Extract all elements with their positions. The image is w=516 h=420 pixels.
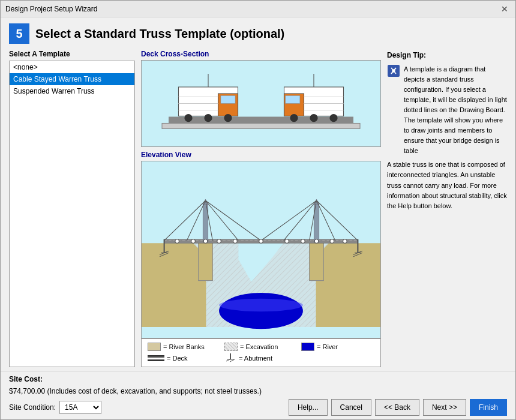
svg-rect-0	[142, 61, 380, 146]
legend-box: = River Banks = Excavation = River	[141, 338, 381, 367]
excavation-swatch	[224, 343, 238, 351]
page-title: Select a Standard Truss Template (option…	[35, 27, 284, 41]
legend-abutment-label: = Abutment	[239, 355, 272, 362]
site-condition-label: Site Condition:	[9, 403, 56, 412]
next-button[interactable]: Next >>	[423, 399, 466, 416]
design-tip-icon	[387, 64, 400, 77]
right-panel: Design Tip: A template is a diagram that…	[387, 50, 507, 367]
page-header: 5 Select a Standard Truss Template (opti…	[9, 23, 507, 44]
svg-point-16	[310, 114, 317, 122]
svg-rect-14	[286, 95, 300, 103]
site-cost-value: $74,700.00 (Includes cost of deck, excav…	[9, 387, 507, 395]
left-panel: Select A Template <none> Cable Stayed Wa…	[9, 50, 135, 367]
svg-rect-1	[169, 117, 353, 124]
legend-abutment: = Abutment	[224, 353, 298, 363]
elevation-box	[141, 161, 381, 338]
close-button[interactable]: ✕	[499, 4, 511, 14]
deck-swatch	[148, 355, 164, 361]
footer: Site Cost: $74,700.00 (Includes cost of …	[1, 371, 515, 419]
legend-river-banks-label: = River Banks	[163, 343, 205, 350]
cross-section-svg	[142, 61, 380, 146]
elevation-area: Elevation View	[141, 151, 381, 367]
cross-section-area: Deck Cross-Section	[141, 50, 381, 147]
template-item-none[interactable]: <none>	[10, 61, 134, 73]
template-section-label: Select A Template	[9, 50, 135, 58]
center-panel: Deck Cross-Section	[141, 50, 381, 367]
svg-rect-21	[162, 124, 360, 129]
river-swatch	[301, 343, 314, 351]
legend-deck: = Deck	[148, 353, 221, 363]
help-button[interactable]: Help...	[289, 399, 328, 416]
site-condition-select[interactable]: 15A 15B 20A	[59, 401, 101, 414]
legend-excavation-label: = Excavation	[240, 343, 278, 350]
svg-point-6	[184, 114, 192, 122]
main-window: Design Project Setup Wizard ✕ 5 Select a…	[0, 0, 516, 420]
cross-section-box	[141, 60, 381, 147]
svg-point-50	[175, 239, 179, 243]
action-buttons: Help... Cancel << Back Next >> Finish	[289, 399, 507, 416]
finish-button[interactable]: Finish	[470, 399, 507, 416]
svg-point-58	[314, 239, 318, 243]
abutment-swatch	[224, 353, 236, 363]
elevation-svg	[142, 161, 380, 338]
site-cost-row: Site Cost:	[9, 375, 507, 383]
svg-line-72	[230, 359, 235, 362]
template-item-cable[interactable]: Cable Stayed Warren Truss	[10, 73, 134, 85]
elevation-label: Elevation View	[141, 151, 381, 159]
legend-river-label: = River	[317, 343, 338, 350]
svg-point-55	[259, 239, 263, 243]
footer-bottom: Site Condition: 15A 15B 20A Help... Canc…	[9, 399, 507, 416]
river-banks-swatch	[148, 343, 161, 351]
design-tip-text-1: A template is a diagram that depicts a s…	[404, 64, 507, 156]
svg-point-56	[285, 239, 289, 243]
svg-point-54	[233, 239, 237, 243]
cross-section-label: Deck Cross-Section	[141, 50, 381, 58]
title-bar: Design Project Setup Wizard ✕	[1, 1, 515, 17]
svg-point-53	[217, 239, 221, 243]
svg-point-7	[204, 114, 212, 122]
svg-point-51	[191, 239, 195, 243]
svg-point-59	[330, 239, 334, 243]
legend-deck-label: = Deck	[167, 355, 188, 362]
template-list[interactable]: <none> Cable Stayed Warren Truss Suspend…	[9, 61, 135, 367]
svg-point-52	[203, 239, 207, 243]
template-item-suspended[interactable]: Suspended Warren Truss	[10, 85, 134, 97]
legend-river: = River	[301, 343, 374, 351]
legend-excavation: = Excavation	[224, 343, 298, 351]
svg-marker-26	[316, 243, 380, 327]
body-row: Select A Template <none> Cable Stayed Wa…	[9, 50, 507, 367]
svg-marker-25	[142, 243, 206, 327]
svg-rect-33	[310, 242, 324, 281]
svg-point-31	[219, 299, 303, 312]
step-badge: 5	[9, 23, 29, 44]
design-tip-header: Design Tip:	[387, 50, 507, 61]
back-button[interactable]: << Back	[375, 399, 419, 416]
main-content: 5 Select a Standard Truss Template (opti…	[1, 17, 515, 371]
svg-point-8	[224, 114, 232, 122]
window-title: Design Project Setup Wizard	[5, 5, 97, 13]
svg-point-57	[301, 239, 305, 243]
svg-rect-32	[199, 242, 213, 281]
cancel-button[interactable]: Cancel	[331, 399, 371, 416]
site-cost-label: Site Cost:	[9, 375, 43, 383]
site-condition-area: Site Condition: 15A 15B 20A	[9, 401, 101, 414]
svg-point-17	[329, 114, 337, 122]
design-tip-text-2: A stable truss is one that is composed o…	[387, 160, 507, 211]
svg-rect-5	[221, 95, 235, 103]
legend-river-banks: = River Banks	[148, 343, 221, 351]
svg-point-15	[290, 114, 298, 122]
design-tip-icon-row: A template is a diagram that depicts a s…	[387, 64, 507, 156]
svg-point-60	[343, 239, 347, 243]
